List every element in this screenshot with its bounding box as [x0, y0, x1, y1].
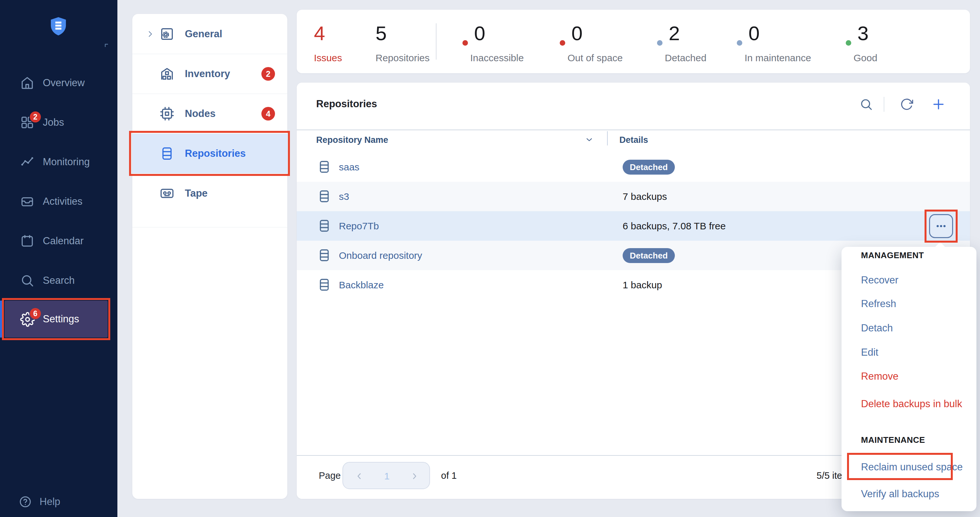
sidebar-item-jobs[interactable]: 2Jobs [0, 108, 118, 137]
sidebar-item-label: Overview [43, 77, 84, 89]
general-icon [159, 27, 175, 41]
settings-nav-item-label: General [185, 28, 222, 40]
stat-label: Issues [314, 52, 342, 63]
add-repository-icon[interactable] [932, 97, 945, 111]
pagination-total: of 1 [441, 469, 457, 482]
divider [607, 131, 608, 146]
stat-value: 4 [314, 22, 325, 45]
table-row-s3[interactable]: s37 backups [297, 182, 970, 211]
column-header-details[interactable]: Details [619, 135, 648, 146]
status-dot-icon [560, 40, 565, 46]
table-row-saas[interactable]: saasDetached [297, 152, 970, 182]
notification-badge: 2 [261, 67, 275, 81]
home-icon [20, 76, 34, 90]
settings-nav-item-repositories[interactable]: Repositories [132, 133, 287, 173]
tape-icon [159, 186, 175, 201]
inbox-icon [20, 194, 34, 209]
stat-label: Out of space [568, 52, 623, 63]
status-dot-icon [846, 40, 851, 46]
settings-nav-item-label: Nodes [185, 108, 216, 119]
status-dot-icon [463, 40, 468, 46]
repository-name-link[interactable]: s3 [339, 182, 349, 211]
refresh-icon[interactable] [900, 97, 913, 111]
search-icon[interactable] [859, 97, 873, 111]
settings-nav-item-inventory[interactable]: Inventory2 [132, 54, 287, 94]
ellipsis-icon [935, 220, 947, 232]
column-header-repository-name[interactable]: Repository Name [316, 135, 388, 146]
chevron-right-icon [145, 29, 155, 39]
context-menu-caret [935, 242, 945, 247]
repository-details: 1 backup [623, 270, 662, 300]
status-badge: Detached [623, 248, 675, 263]
repository-icon [317, 248, 331, 262]
repository-name-link[interactable]: Onboard repository [339, 241, 422, 270]
stat-label: In maintenance [745, 52, 811, 63]
context-menu-section-management: MANAGEMENT [861, 249, 924, 262]
sidebar-collapse-icon[interactable] [103, 42, 111, 50]
sidebar-item-label: Jobs [43, 117, 64, 128]
divider [884, 97, 885, 112]
stat-value: 5 [375, 22, 387, 45]
app-window: Overview2JobsMonitoringActivitiesCalenda… [0, 0, 980, 517]
sidebar-item-search[interactable]: Search [0, 266, 118, 295]
settings-active-bar [0, 301, 3, 338]
settings-nav-item-tape[interactable]: Tape [132, 173, 287, 213]
stat-value: 0 [748, 22, 759, 45]
menu-item-remove[interactable]: Remove [861, 369, 898, 384]
settings-nav-item-label: Repositories [185, 148, 246, 159]
stat-value: 0 [474, 22, 485, 45]
context-menu-section-maintenance: MAINTENANCE [861, 433, 925, 446]
sidebar-item-label: Settings [43, 313, 79, 325]
stat-label: Repositories [375, 52, 430, 63]
repository-name-link[interactable]: saas [339, 152, 359, 182]
next-page-icon[interactable] [410, 472, 419, 481]
notification-badge: 6 [29, 308, 41, 320]
stat-value: 0 [571, 22, 582, 45]
menu-item-verify-all-backups[interactable]: Verify all backups [861, 487, 939, 501]
sort-chevron-down-icon[interactable] [585, 135, 594, 144]
sidebar-item-monitoring[interactable]: Monitoring [0, 147, 118, 176]
stat-label: Detached [665, 52, 706, 63]
sidebar-item-label: Monitoring [43, 156, 90, 168]
sidebar-item-label: Activities [43, 196, 83, 207]
menu-item-detach[interactable]: Detach [861, 321, 893, 335]
help-icon [19, 495, 32, 508]
repository-name-link[interactable]: Repo7Tb [339, 211, 379, 241]
divider [132, 227, 287, 227]
panel-title: Repositories [316, 98, 377, 110]
pagination-control: 1 [342, 462, 430, 489]
row-actions-ellipsis-button[interactable] [929, 214, 953, 238]
sidebar-item-calendar[interactable]: Calendar [0, 227, 118, 255]
repository-icon [317, 189, 331, 203]
status-dot-icon [737, 40, 742, 46]
menu-item-delete-backups-in-bulk[interactable]: Delete backups in bulk [861, 397, 962, 411]
row-actions-context-menu: MANAGEMENTRecoverRefreshDetachEditRemove… [842, 247, 977, 511]
divider [297, 130, 970, 130]
warehouse-icon [159, 67, 175, 81]
sidebar-item-label: Search [43, 275, 75, 286]
pagination-label: Page [319, 469, 341, 482]
menu-item-recover[interactable]: Recover [861, 273, 898, 287]
primary-sidebar: Overview2JobsMonitoringActivitiesCalenda… [0, 0, 118, 517]
stat-value: 2 [669, 22, 680, 45]
sidebar-item-label: Calendar [43, 235, 84, 247]
stat-label: Good [854, 52, 877, 63]
help-label: Help [40, 496, 60, 507]
menu-item-refresh[interactable]: Refresh [861, 297, 896, 311]
sidebar-item-overview[interactable]: Overview [0, 68, 118, 97]
sidebar-item-settings[interactable]: 6Settings [5, 301, 108, 338]
repository-icon [317, 219, 331, 233]
repository-details: 7 backups [623, 182, 667, 211]
sidebar-item-activities[interactable]: Activities [0, 187, 118, 216]
sidebar-item-help[interactable]: Help [0, 492, 118, 512]
repository-name-link[interactable]: Backblaze [339, 270, 383, 300]
menu-item-edit[interactable]: Edit [861, 345, 878, 360]
stat-value: 3 [858, 22, 869, 45]
chip-icon [159, 106, 175, 121]
repository-details: 6 backups, 7.08 TB free [623, 211, 726, 241]
settings-nav-item-label: Inventory [185, 68, 230, 80]
settings-nav-item-nodes[interactable]: Nodes4 [132, 94, 287, 133]
menu-item-reclaim-unused-space[interactable]: Reclaim unused space [861, 460, 963, 474]
table-row-repo7tb[interactable]: Repo7Tb6 backups, 7.08 TB free [297, 211, 970, 241]
settings-nav-item-general[interactable]: General [132, 14, 287, 54]
